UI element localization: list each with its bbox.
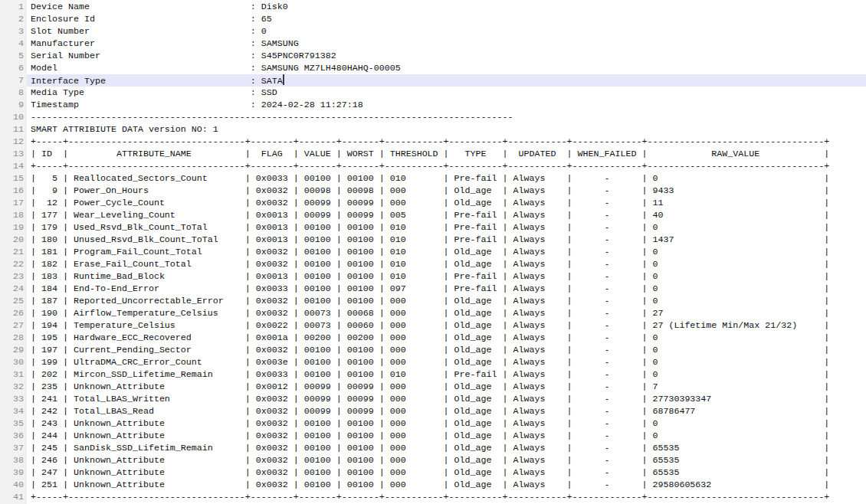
editor-line[interactable]: 36| 244 | Unknown_Attribute | 0x0032 | 0… [0, 430, 866, 442]
line-number: 34 [0, 405, 27, 417]
line-text[interactable]: ----------------------------------------… [27, 111, 866, 123]
editor-line[interactable]: 16| 9 | Power_On_Hours | 0x0032 | 00098 … [0, 185, 866, 197]
line-text[interactable]: | 181 | Program_Fail_Count_Total | 0x003… [27, 246, 866, 258]
line-text[interactable]: | 180 | Unused_Rsvd_Blk_Count_ToTal | 0x… [27, 234, 866, 246]
line-number: 16 [0, 185, 27, 197]
line-text[interactable]: | 195 | Hardware_ECC_Recovered | 0x001a … [27, 332, 866, 344]
editor-line[interactable]: 13| ID | ATTRIBUTE_NAME | FLAG | VALUE |… [0, 148, 866, 160]
editor-line[interactable]: 20| 180 | Unused_Rsvd_Blk_Count_ToTal | … [0, 234, 866, 246]
editor-line[interactable]: 14+-----+-------------------------------… [0, 160, 866, 172]
text-editor-window[interactable]: 1Device Name : Disk02Enclosure Id : 653S… [0, 0, 866, 504]
editor-line[interactable]: 34| 242 | Total_LBAS_Read | 0x0032 | 000… [0, 405, 866, 417]
editor-line[interactable]: 37| 245 | SanDisk_SSD_Lifetim_Remain | 0… [0, 442, 866, 454]
editor-line[interactable]: 9Timestamp : 2024-02-28 11:27:18 [0, 99, 866, 111]
line-text[interactable]: | 9 | Power_On_Hours | 0x0032 | 00098 | … [27, 185, 866, 197]
editor-line[interactable]: 41+-----+-------------------------------… [0, 491, 866, 503]
line-text[interactable]: | 251 | Unknown_Attribute | 0x0032 | 001… [27, 479, 866, 491]
editor-line[interactable]: 32| 235 | Unknown_Attribute | 0x0012 | 0… [0, 381, 866, 393]
line-text[interactable]: | ID | ATTRIBUTE_NAME | FLAG | VALUE | W… [27, 148, 866, 160]
text-cursor [283, 74, 284, 85]
line-text[interactable]: | 242 | Total_LBAS_Read | 0x0032 | 00099… [27, 405, 866, 417]
editor-line[interactable]: 33| 241 | Total_LBAS_Written | 0x0032 | … [0, 393, 866, 405]
editor-line[interactable]: 27| 194 | Temperature_Celsius | 0x0022 |… [0, 319, 866, 332]
line-text[interactable]: | 199 | UltraDMA_CRC_Error_Count | 0x003… [27, 356, 866, 368]
editor-line[interactable]: 12+-----+-------------------------------… [0, 136, 866, 148]
line-text[interactable]: | 202 | Mircon_SSD_Lifetime_Remain | 0x0… [27, 368, 866, 381]
line-text[interactable]: Enclosure Id : 65 [27, 13, 866, 25]
editor-line[interactable]: 26| 190 | Airflow_Temperature_Celsius | … [0, 307, 866, 319]
editor-line[interactable]: 5Serial Number : S45PNC0R791382 [0, 50, 866, 62]
editor-line[interactable]: 28| 195 | Hardware_ECC_Recovered | 0x001… [0, 332, 866, 344]
line-text[interactable]: Manufacturer : SAMSUNG [27, 38, 866, 50]
line-number: 29 [0, 344, 27, 356]
line-text[interactable]: Serial Number : S45PNC0R791382 [27, 50, 866, 62]
line-text[interactable]: | 235 | Unknown_Attribute | 0x0012 | 000… [27, 381, 866, 393]
line-text[interactable]: | 182 | Erase_Fail_Count_Total | 0x0032 … [27, 258, 866, 270]
line-text[interactable]: | 247 | Unknown_Attribute | 0x0032 | 001… [27, 466, 866, 479]
line-number: 6 [0, 62, 27, 74]
line-number: 20 [0, 234, 27, 246]
line-text[interactable]: | 246 | Unknown_Attribute | 0x0032 | 001… [27, 454, 866, 466]
editor-content[interactable]: 1Device Name : Disk02Enclosure Id : 653S… [0, 1, 866, 503]
editor-line[interactable]: 8Media Type : SSD [0, 87, 866, 99]
line-text[interactable]: Media Type : SSD [27, 87, 866, 99]
line-text[interactable]: | 194 | Temperature_Celsius | 0x0022 | 0… [27, 319, 866, 332]
line-text[interactable]: | 184 | End-To-End_Error | 0x0033 | 0010… [27, 283, 866, 295]
line-text[interactable]: | 241 | Total_LBAS_Written | 0x0032 | 00… [27, 393, 866, 405]
line-number: 13 [0, 148, 27, 160]
line-text[interactable]: Timestamp : 2024-02-28 11:27:18 [27, 99, 866, 111]
line-text[interactable]: +-----+---------------------------------… [27, 136, 866, 148]
editor-line[interactable]: 35| 243 | Unknown_Attribute | 0x0032 | 0… [0, 417, 866, 430]
line-text[interactable]: Slot Number : 0 [27, 25, 866, 38]
editor-line[interactable]: 1Device Name : Disk0 [0, 1, 866, 13]
line-text[interactable]: Interface Type : SATA [27, 74, 866, 87]
editor-line[interactable]: 15| 5 | Reallocated_Sectors_Count | 0x00… [0, 172, 866, 185]
line-text[interactable]: +-----+---------------------------------… [27, 491, 866, 503]
editor-line[interactable]: 4Manufacturer : SAMSUNG [0, 38, 866, 50]
editor-line[interactable]: 7Interface Type : SATA [0, 74, 866, 87]
line-number: 21 [0, 246, 27, 258]
line-number: 31 [0, 368, 27, 381]
editor-line[interactable]: 19| 179 | Used_Rsvd_Blk_Count_ToTal | 0x… [0, 221, 866, 234]
editor-line[interactable]: 38| 246 | Unknown_Attribute | 0x0032 | 0… [0, 454, 866, 466]
line-number: 26 [0, 307, 27, 319]
line-text[interactable]: | 245 | SanDisk_SSD_Lifetim_Remain | 0x0… [27, 442, 866, 454]
editor-line[interactable]: 31| 202 | Mircon_SSD_Lifetime_Remain | 0… [0, 368, 866, 381]
editor-line[interactable]: 29| 197 | Current_Pending_Sector | 0x003… [0, 344, 866, 356]
editor-line[interactable]: 40| 251 | Unknown_Attribute | 0x0032 | 0… [0, 479, 866, 491]
line-number: 25 [0, 295, 27, 307]
line-number: 9 [0, 99, 27, 111]
editor-line[interactable]: 3Slot Number : 0 [0, 25, 866, 38]
line-text[interactable]: | 187 | Reported_Uncorrectable_Error | 0… [27, 295, 866, 307]
editor-line[interactable]: 22| 182 | Erase_Fail_Count_Total | 0x003… [0, 258, 866, 270]
editor-line[interactable]: 24| 184 | End-To-End_Error | 0x0033 | 00… [0, 283, 866, 295]
line-text[interactable]: | 179 | Used_Rsvd_Blk_Count_ToTal | 0x00… [27, 221, 866, 234]
line-text[interactable]: | 177 | Wear_Leveling_Count | 0x0013 | 0… [27, 209, 866, 221]
editor-line[interactable]: 11SMART ATTRIBIUTE DATA version NO: 1 [0, 123, 866, 136]
editor-line[interactable]: 6Model : SAMSUNG MZ7LH480HAHQ-00005 [0, 62, 866, 74]
line-text[interactable]: | 12 | Power_Cycle_Count | 0x0032 | 0009… [27, 197, 866, 209]
line-number: 33 [0, 393, 27, 405]
editor-line[interactable]: 23| 183 | Runtime_Bad_Block | 0x0013 | 0… [0, 270, 866, 283]
line-number: 32 [0, 381, 27, 393]
line-text[interactable]: | 197 | Current_Pending_Sector | 0x0032 … [27, 344, 866, 356]
editor-line[interactable]: 10--------------------------------------… [0, 111, 866, 123]
editor-line[interactable]: 17| 12 | Power_Cycle_Count | 0x0032 | 00… [0, 197, 866, 209]
editor-line[interactable]: 39| 247 | Unknown_Attribute | 0x0032 | 0… [0, 466, 866, 479]
line-text[interactable]: | 5 | Reallocated_Sectors_Count | 0x0033… [27, 172, 866, 185]
line-text[interactable]: | 190 | Airflow_Temperature_Celsius | 0x… [27, 307, 866, 319]
editor-line[interactable]: 25| 187 | Reported_Uncorrectable_Error |… [0, 295, 866, 307]
line-text[interactable]: | 244 | Unknown_Attribute | 0x0032 | 001… [27, 430, 866, 442]
editor-line[interactable]: 18| 177 | Wear_Leveling_Count | 0x0013 |… [0, 209, 866, 221]
line-text[interactable]: +-----+---------------------------------… [27, 160, 866, 172]
line-text[interactable]: Model : SAMSUNG MZ7LH480HAHQ-00005 [27, 62, 866, 74]
line-text[interactable]: SMART ATTRIBIUTE DATA version NO: 1 [27, 123, 866, 136]
line-number: 19 [0, 221, 27, 234]
editor-line[interactable]: 2Enclosure Id : 65 [0, 13, 866, 25]
line-number: 5 [0, 50, 27, 62]
line-text[interactable]: | 183 | Runtime_Bad_Block | 0x0013 | 001… [27, 270, 866, 283]
line-text[interactable]: | 243 | Unknown_Attribute | 0x0032 | 001… [27, 417, 866, 430]
line-text[interactable]: Device Name : Disk0 [27, 1, 866, 13]
editor-line[interactable]: 30| 199 | UltraDMA_CRC_Error_Count | 0x0… [0, 356, 866, 368]
editor-line[interactable]: 21| 181 | Program_Fail_Count_Total | 0x0… [0, 246, 866, 258]
